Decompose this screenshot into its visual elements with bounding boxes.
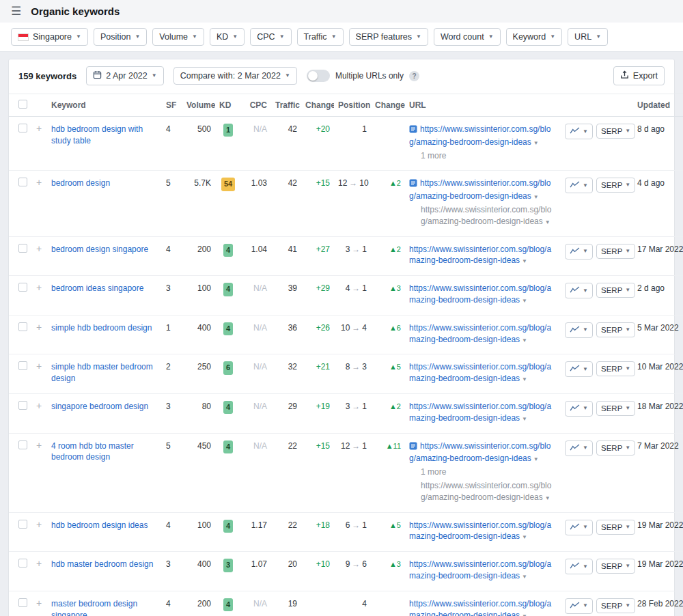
row-checkbox[interactable] (18, 244, 27, 253)
add-icon[interactable]: + (36, 558, 42, 569)
url-link[interactable]: https://www.swissinterior.com.sg/blog/am… (409, 283, 551, 305)
serp-button[interactable]: SERP ▼ (596, 559, 635, 574)
select-all-checkbox[interactable] (18, 100, 27, 109)
url-link-secondary[interactable]: https://www.swissinterior.com.sg/blog/am… (421, 205, 551, 226)
serp-button[interactable]: SERP ▼ (596, 401, 635, 416)
keyword-link[interactable]: simple hdb bedroom design (51, 323, 152, 333)
serp-button[interactable]: SERP ▼ (596, 598, 635, 613)
row-checkbox[interactable] (18, 598, 27, 607)
keyword-link[interactable]: bedroom design singapore (51, 244, 148, 254)
column-volume[interactable]: Volume (182, 94, 215, 117)
chevron-down-icon[interactable]: ▼ (545, 219, 550, 225)
chevron-down-icon[interactable]: ▼ (533, 140, 539, 146)
chevron-down-icon[interactable]: ▼ (522, 337, 527, 344)
filter-serp-features[interactable]: SERP features▼ (349, 28, 428, 46)
url-link[interactable]: https://www.swissinterior.com.sg/blog/am… (409, 124, 550, 147)
keyword-link[interactable]: simple hdb master bedroom design (51, 362, 153, 383)
filter-position[interactable]: Position▼ (94, 28, 147, 46)
filter-url[interactable]: URL▼ (568, 28, 608, 46)
keyword-link[interactable]: master bedroom design singapore (51, 599, 137, 616)
url-link-secondary[interactable]: https://www.swissinterior.com.sg/blog/am… (421, 481, 551, 502)
row-checkbox[interactable] (18, 322, 27, 331)
url-link[interactable]: https://www.swissinterior.com.sg/blog/am… (409, 244, 551, 266)
chart-button[interactable]: ▼ (565, 598, 593, 614)
url-link[interactable]: https://www.swissinterior.com.sg/blog/am… (409, 178, 550, 201)
column-url[interactable]: URL (405, 94, 561, 117)
serp-button[interactable]: SERP ▼ (596, 322, 635, 337)
url-link[interactable]: https://www.swissinterior.com.sg/blog/am… (409, 362, 551, 383)
column-position[interactable]: Position (334, 94, 371, 117)
chevron-down-icon[interactable]: ▼ (522, 298, 527, 304)
menu-icon[interactable]: ☰ (11, 5, 21, 17)
filter-volume[interactable]: Volume▼ (152, 28, 204, 46)
chevron-down-icon[interactable]: ▼ (522, 613, 527, 616)
row-checkbox[interactable] (18, 440, 27, 449)
add-icon[interactable]: + (36, 440, 42, 451)
chart-button[interactable]: ▼ (565, 440, 593, 456)
serp-button[interactable]: SERP ▼ (596, 520, 635, 535)
keyword-link[interactable]: singapore bedroom design (51, 402, 148, 411)
chevron-down-icon[interactable]: ▼ (522, 258, 527, 264)
url-link[interactable]: https://www.swissinterior.com.sg/blog/am… (409, 323, 551, 344)
serp-button[interactable]: SERP ▼ (596, 244, 635, 259)
keyword-link[interactable]: 4 room hdb bto master bedroom design (51, 441, 134, 462)
row-checkbox[interactable] (18, 283, 27, 292)
chart-button[interactable]: ▼ (565, 520, 593, 535)
chevron-down-icon[interactable]: ▼ (522, 574, 527, 580)
add-icon[interactable]: + (36, 243, 42, 254)
add-icon[interactable]: + (36, 519, 42, 530)
column-traffic[interactable]: Traffic▼ (271, 94, 301, 117)
serp-button[interactable]: SERP ▼ (596, 361, 635, 376)
column-cpc[interactable]: CPC (241, 94, 271, 117)
chart-button[interactable]: ▼ (565, 124, 593, 139)
column-keyword[interactable]: Keyword (47, 94, 162, 117)
filter-singapore[interactable]: Singapore▼ (11, 28, 88, 46)
chart-button[interactable]: ▼ (565, 244, 593, 260)
column-kd[interactable]: KD (215, 94, 241, 117)
add-icon[interactable]: + (36, 282, 42, 293)
more-urls-link[interactable]: 1 more (421, 467, 446, 477)
chart-button[interactable]: ▼ (565, 361, 593, 377)
row-checkbox[interactable] (18, 401, 27, 410)
column-updated[interactable]: Updated (633, 94, 683, 117)
chevron-down-icon[interactable]: ▼ (522, 534, 527, 540)
compare-with-button[interactable]: Compare with: 2 Mar 2022 ▼ (173, 67, 297, 85)
column-sf[interactable]: SF (162, 94, 182, 117)
keyword-link[interactable]: hdb bedroom design with study table (51, 124, 143, 145)
export-button[interactable]: Export (613, 66, 665, 85)
chevron-down-icon[interactable]: ▼ (533, 194, 539, 200)
keyword-link[interactable]: bedroom ideas singapore (51, 283, 143, 293)
add-icon[interactable]: + (36, 123, 42, 134)
keyword-link[interactable]: bedroom design (51, 178, 110, 188)
date-picker-button[interactable]: 2 Apr 2022 ▼ (86, 66, 163, 85)
chart-button[interactable]: ▼ (565, 178, 593, 193)
url-link[interactable]: https://www.swissinterior.com.sg/blog/am… (409, 441, 550, 464)
serp-button[interactable]: SERP ▼ (596, 178, 635, 193)
multiple-urls-toggle[interactable] (307, 70, 330, 82)
add-icon[interactable]: + (36, 361, 42, 372)
row-checkbox[interactable] (18, 361, 27, 370)
chart-button[interactable]: ▼ (565, 322, 593, 338)
url-link[interactable]: https://www.swissinterior.com.sg/blog/am… (409, 559, 551, 580)
row-checkbox[interactable] (18, 520, 27, 529)
help-icon[interactable]: ? (409, 71, 419, 81)
chart-button[interactable]: ▼ (565, 283, 593, 298)
serp-button[interactable]: SERP ▼ (596, 283, 635, 298)
add-icon[interactable]: + (36, 400, 42, 411)
add-icon[interactable]: + (36, 322, 42, 333)
serp-button[interactable]: SERP ▼ (596, 440, 635, 456)
filter-kd[interactable]: KD▼ (210, 28, 245, 46)
chevron-down-icon[interactable]: ▼ (545, 495, 550, 501)
filter-word-count[interactable]: Word count▼ (434, 28, 501, 46)
column-traffic-change[interactable]: Change (301, 94, 334, 117)
add-icon[interactable]: + (36, 177, 42, 188)
filter-keyword[interactable]: Keyword▼ (506, 28, 563, 46)
more-urls-link[interactable]: 1 more (421, 151, 446, 160)
url-link[interactable]: https://www.swissinterior.com.sg/blog/am… (409, 599, 551, 616)
row-checkbox[interactable] (18, 559, 27, 568)
add-icon[interactable]: + (36, 598, 42, 608)
url-link[interactable]: https://www.swissinterior.com.sg/blog/am… (409, 402, 551, 423)
column-position-change[interactable]: Change (371, 94, 405, 117)
chevron-down-icon[interactable]: ▼ (522, 376, 527, 382)
chevron-down-icon[interactable]: ▼ (522, 416, 527, 422)
